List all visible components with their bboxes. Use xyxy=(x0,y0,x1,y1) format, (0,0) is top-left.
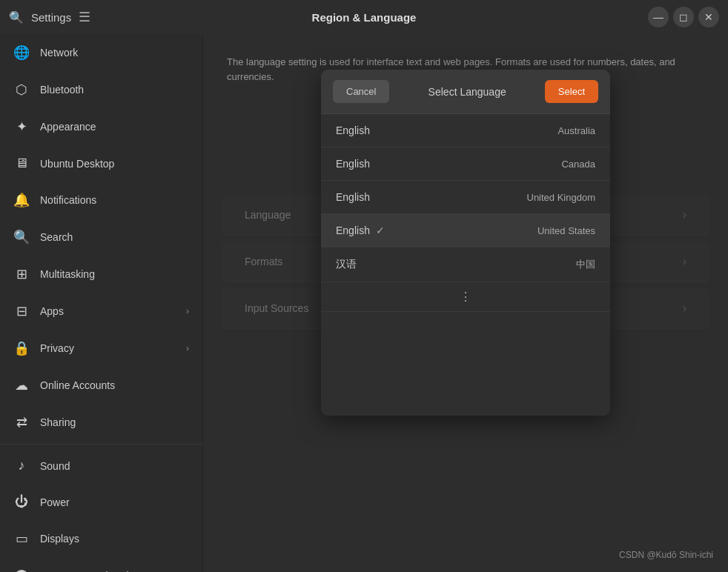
list-item[interactable]: English Canada xyxy=(321,147,610,181)
sound-icon: ♪ xyxy=(13,458,30,473)
region-name: 中国 xyxy=(576,258,595,271)
minimize-button[interactable]: — xyxy=(648,7,669,27)
sidebar-item-network[interactable]: 🌐 Network xyxy=(0,34,202,71)
mouse-icon: ⬤ xyxy=(13,568,30,572)
sidebar-item-sound[interactable]: ♪ Sound xyxy=(0,448,202,484)
sidebar-item-label: Notifications xyxy=(40,194,189,206)
sidebar-item-ubuntu-desktop[interactable]: 🖥 Ubuntu Desktop xyxy=(0,145,202,182)
sidebar-item-displays[interactable]: ▭ Displays xyxy=(0,520,202,557)
chevron-right-icon: › xyxy=(186,343,189,353)
watermark: CSDN @Kudō Shin-ichi xyxy=(619,550,713,560)
selected-check-icon: ✓ xyxy=(376,225,385,236)
ubuntu-desktop-icon: 🖥 xyxy=(13,156,30,171)
online-accounts-icon: ☁ xyxy=(13,377,30,393)
sidebar-item-label: Multitasking xyxy=(40,268,189,280)
sidebar-item-label: Sharing xyxy=(40,416,189,428)
region-name: Australia xyxy=(557,125,595,136)
more-options-button[interactable]: ⋮ xyxy=(321,282,610,312)
select-language-dialog: Cancel Select Language Select English Au… xyxy=(321,70,610,416)
dialog-title: Select Language xyxy=(389,86,544,98)
search-icon[interactable]: 🔍 xyxy=(9,10,24,24)
language-name: 汉语 xyxy=(336,258,357,271)
list-item[interactable]: 汉语 中国 xyxy=(321,247,610,282)
empty-space xyxy=(321,312,610,416)
sidebar-item-appearance[interactable]: ✦ Appearance xyxy=(0,108,202,145)
window-title: Region & Language xyxy=(312,11,417,24)
list-item[interactable]: English United Kingdom xyxy=(321,181,610,214)
sidebar-item-online-accounts[interactable]: ☁ Online Accounts xyxy=(0,367,202,404)
chevron-right-icon: › xyxy=(683,302,686,315)
window-controls: — ◻ ✕ xyxy=(648,7,719,27)
sidebar-item-label: Appearance xyxy=(40,121,189,133)
region-name: Canada xyxy=(561,159,595,170)
network-icon: 🌐 xyxy=(13,44,30,61)
language-list: English Australia English Canada English xyxy=(321,113,610,416)
sidebar-item-power[interactable]: ⏻ Power xyxy=(0,484,202,520)
sidebar-item-label: Ubuntu Desktop xyxy=(40,158,189,170)
search-icon: 🔍 xyxy=(13,229,30,245)
list-item[interactable]: English Australia xyxy=(321,114,610,147)
sidebar-item-mouse-touchpad[interactable]: ⬤ Mouse & Touchpad xyxy=(0,557,202,572)
sidebar-item-sharing[interactable]: ⇄ Sharing xyxy=(0,404,202,441)
sidebar-item-apps[interactable]: ⊟ Apps › xyxy=(0,293,202,330)
privacy-icon: 🔒 xyxy=(13,340,30,356)
list-item[interactable]: English ✓ United States xyxy=(321,214,610,247)
sidebar-item-notifications[interactable]: 🔔 Notifications xyxy=(0,182,202,219)
sidebar-item-search[interactable]: 🔍 Search xyxy=(0,219,202,256)
cancel-button[interactable]: Cancel xyxy=(333,80,389,103)
close-button[interactable]: ✕ xyxy=(698,7,719,27)
sidebar-item-label: Displays xyxy=(40,533,189,545)
sidebar-item-label: Network xyxy=(40,47,189,59)
main-layout: 🌐 Network ⬡ Bluetooth ✦ Appearance 🖥 Ubu… xyxy=(0,34,728,572)
sidebar-item-label: Bluetooth xyxy=(40,84,189,96)
sidebar-item-label: Power xyxy=(40,496,189,508)
language-name: English xyxy=(336,225,370,236)
settings-label: Settings xyxy=(31,11,71,24)
sidebar-item-multitasking[interactable]: ⊞ Multitasking xyxy=(0,256,202,293)
titlebar-left: 🔍 Settings ☰ xyxy=(9,9,90,25)
language-row-label: Language xyxy=(245,209,291,221)
sidebar: 🌐 Network ⬡ Bluetooth ✦ Appearance 🖥 Ubu… xyxy=(0,34,203,572)
maximize-button[interactable]: ◻ xyxy=(673,7,694,27)
sidebar-item-label: Search xyxy=(40,231,189,243)
notifications-icon: 🔔 xyxy=(13,192,30,208)
sidebar-item-label: Sound xyxy=(40,460,189,472)
multitasking-icon: ⊞ xyxy=(13,266,30,282)
input-sources-row-label: Input Sources xyxy=(245,302,308,314)
titlebar: 🔍 Settings ☰ Region & Language — ◻ ✕ xyxy=(0,0,728,34)
sidebar-item-label: Privacy xyxy=(40,342,176,354)
chevron-right-icon: › xyxy=(683,255,686,268)
region-name: United Kingdom xyxy=(527,192,596,203)
sidebar-divider xyxy=(0,444,202,445)
language-name: English xyxy=(336,158,370,170)
apps-icon: ⊟ xyxy=(13,303,30,319)
formats-row-label: Formats xyxy=(245,256,282,267)
displays-icon: ▭ xyxy=(13,531,30,547)
content-area: The language setting is used for interfa… xyxy=(203,34,728,572)
power-icon: ⏻ xyxy=(13,494,30,510)
language-name: English xyxy=(336,191,370,203)
region-name: United States xyxy=(537,225,595,236)
sidebar-item-label: Online Accounts xyxy=(40,379,189,391)
dialog-header: Cancel Select Language Select xyxy=(321,70,610,113)
language-name: English xyxy=(336,124,370,136)
appearance-icon: ✦ xyxy=(13,119,30,135)
sidebar-item-privacy[interactable]: 🔒 Privacy › xyxy=(0,330,202,367)
bluetooth-icon: ⬡ xyxy=(13,82,30,98)
select-button[interactable]: Select xyxy=(545,80,598,103)
sidebar-item-bluetooth[interactable]: ⬡ Bluetooth xyxy=(0,71,202,108)
sidebar-item-label: Apps xyxy=(40,305,176,317)
chevron-right-icon: › xyxy=(186,306,189,316)
menu-icon[interactable]: ☰ xyxy=(79,9,90,25)
chevron-right-icon: › xyxy=(683,208,686,222)
more-icon: ⋮ xyxy=(460,290,471,304)
sharing-icon: ⇄ xyxy=(13,414,30,430)
